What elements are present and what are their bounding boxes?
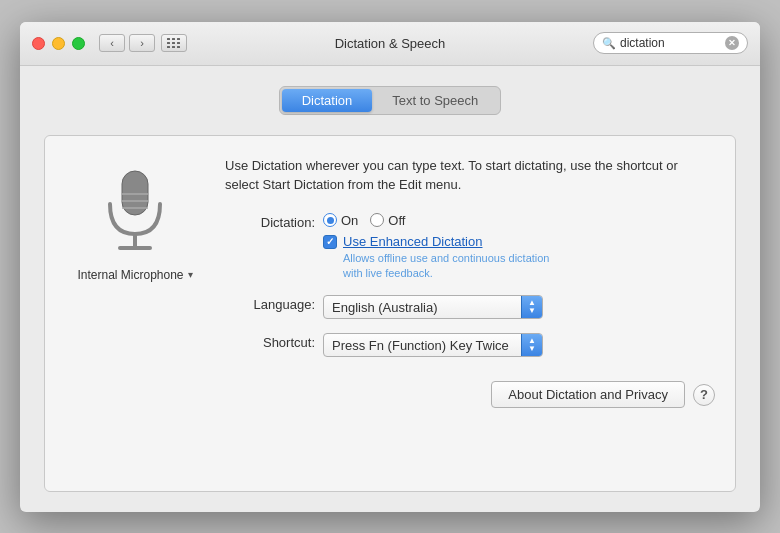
shortcut-value: Press Fn (Function) Key Twice: [332, 338, 509, 353]
maximize-button[interactable]: [72, 37, 85, 50]
window-title: Dictation & Speech: [335, 36, 446, 51]
microphone-area: Internal Microphone ▾: [65, 156, 205, 471]
content-area: Dictation Text to Speech: [20, 66, 760, 512]
settings-panel: Internal Microphone ▾ Use Dictation wher…: [44, 135, 736, 492]
radio-on-button[interactable]: [323, 213, 337, 227]
radio-off[interactable]: Off: [370, 213, 405, 228]
dictation-label: Dictation:: [225, 213, 315, 230]
shortcut-down-arrow: ▼: [528, 345, 536, 353]
shortcut-controls: Press Fn (Function) Key Twice ▲ ▼: [323, 333, 715, 357]
search-input[interactable]: [620, 36, 721, 50]
language-select-arrows: ▲ ▼: [521, 296, 542, 318]
language-select[interactable]: English (Australia) ▲ ▼: [323, 295, 543, 319]
description-text: Use Dictation wherever you can type text…: [225, 156, 715, 195]
enhanced-content: Use Enhanced Dictation Allows offline us…: [343, 234, 550, 282]
dictation-onoff-row: Dictation: On Off: [225, 213, 715, 282]
select-down-arrow: ▼: [528, 307, 536, 315]
settings-area: Use Dictation wherever you can type text…: [225, 156, 715, 471]
search-icon: 🔍: [602, 37, 616, 50]
main-window: ‹ › Dictation & Speech 🔍 ✕ Dictation Tex…: [20, 22, 760, 512]
back-button[interactable]: ‹: [99, 34, 125, 52]
enhanced-label[interactable]: Use Enhanced Dictation: [343, 234, 550, 249]
bottom-actions: About Dictation and Privacy ?: [225, 381, 715, 408]
traffic-lights: [32, 37, 85, 50]
shortcut-label: Shortcut:: [225, 333, 315, 350]
tab-bar: Dictation Text to Speech: [44, 86, 736, 115]
radio-on[interactable]: On: [323, 213, 358, 228]
tab-tts[interactable]: Text to Speech: [372, 89, 498, 112]
forward-button[interactable]: ›: [129, 34, 155, 52]
language-row: Language: English (Australia) ▲ ▼: [225, 295, 715, 319]
tabs-container: Dictation Text to Speech: [279, 86, 502, 115]
radio-on-label: On: [341, 213, 358, 228]
shortcut-select[interactable]: Press Fn (Function) Key Twice ▲ ▼: [323, 333, 543, 357]
radio-on-inner: [327, 217, 334, 224]
microphone-icon: [100, 166, 170, 256]
shortcut-select-arrows: ▲ ▼: [521, 334, 542, 356]
minimize-button[interactable]: [52, 37, 65, 50]
grid-view-button[interactable]: [161, 34, 187, 52]
help-button[interactable]: ?: [693, 384, 715, 406]
enhanced-sublabel: Allows offline use and continuous dictat…: [343, 251, 550, 282]
titlebar: ‹ › Dictation & Speech 🔍 ✕: [20, 22, 760, 66]
microphone-label: Internal Microphone: [77, 268, 183, 282]
about-privacy-button[interactable]: About Dictation and Privacy: [491, 381, 685, 408]
nav-buttons: ‹ ›: [99, 34, 155, 52]
radio-off-button[interactable]: [370, 213, 384, 227]
enhanced-dictation-row: ✓ Use Enhanced Dictation Allows offline …: [323, 234, 715, 282]
grid-icon: [167, 38, 181, 49]
close-button[interactable]: [32, 37, 45, 50]
checkmark-icon: ✓: [326, 237, 334, 247]
tab-dictation[interactable]: Dictation: [282, 89, 373, 112]
enhanced-checkbox[interactable]: ✓: [323, 235, 337, 249]
dictation-radio-group: On Off: [323, 213, 715, 228]
language-value: English (Australia): [332, 300, 438, 315]
language-controls: English (Australia) ▲ ▼: [323, 295, 715, 319]
microphone-dropdown-arrow: ▾: [188, 269, 193, 280]
language-label: Language:: [225, 295, 315, 312]
radio-off-label: Off: [388, 213, 405, 228]
search-clear-button[interactable]: ✕: [725, 36, 739, 50]
shortcut-row: Shortcut: Press Fn (Function) Key Twice …: [225, 333, 715, 357]
search-box[interactable]: 🔍 ✕: [593, 32, 748, 54]
microphone-label-row[interactable]: Internal Microphone ▾: [77, 268, 192, 282]
dictation-controls: On Off ✓: [323, 213, 715, 282]
